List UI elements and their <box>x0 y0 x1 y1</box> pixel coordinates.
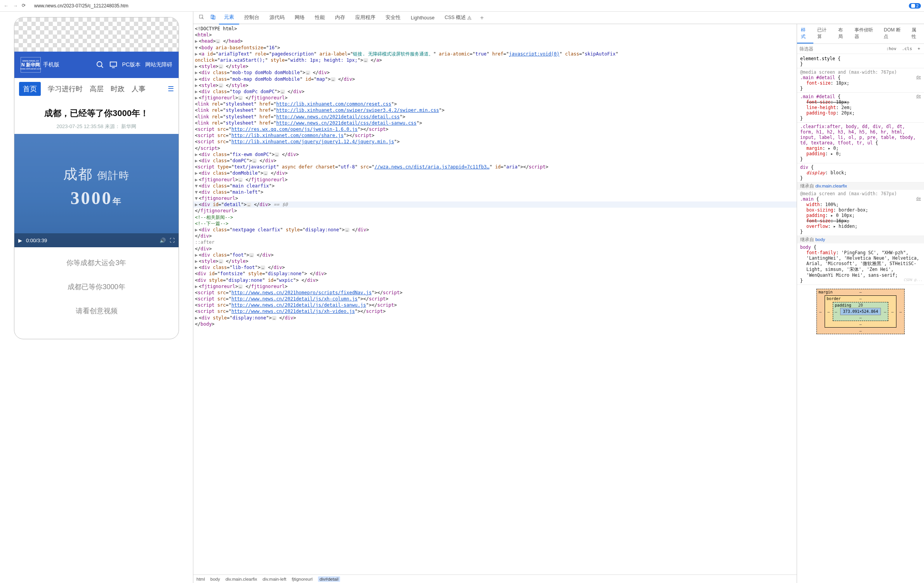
dom-fjt-close[interactable]: </fjtignoreurl> <box>193 208 797 214</box>
dom-script-jq[interactable]: <script src="http://lib.xinhuanet.com/jq… <box>193 139 797 151</box>
crumb-detail[interactable]: div#detail <box>318 576 340 582</box>
dom-comment2[interactable]: <!--下一篇--> <box>193 220 797 227</box>
nav-study[interactable]: 学习进行时 <box>48 84 83 94</box>
rule-main-media[interactable]: @media screen and (max-width: 767px) .ma… <box>797 190 924 236</box>
subtab-computed[interactable]: 已计算 <box>813 24 834 43</box>
tab-network[interactable]: 网络 <box>290 12 310 24</box>
search-icon[interactable] <box>96 61 104 69</box>
nav-home[interactable]: 首页 <box>19 82 41 96</box>
crumb-main[interactable]: div.main.clearfix <box>226 577 257 581</box>
site-logo[interactable]: www.news.cn N 新华网 www.xinhuanet.com <box>21 57 41 73</box>
dom-style3[interactable]: ▶<style>… </style> <box>193 258 797 264</box>
rule-media1[interactable]: @media screen and (max-width: 767px) .ma… <box>797 68 924 93</box>
pc-link[interactable]: PC版本 <box>122 61 141 68</box>
dom-a-aria[interactable]: ▶<a id="ariaTipText" role="pagedescripti… <box>193 51 797 57</box>
tab-memory[interactable]: 内存 <box>330 12 350 24</box>
dom-js-xhcol[interactable]: <script src="http://www.news.cn/2021deta… <box>193 296 797 302</box>
nav-personnel[interactable]: 人事 <box>132 84 146 94</box>
rule-main-detail[interactable]: .main #detail { de font-size: 18px; line… <box>797 93 924 123</box>
dom-style2[interactable]: ▶<style>… </style> <box>193 82 797 88</box>
dom-link-swiper[interactable]: <link rel="stylesheet" href="http://lib.… <box>193 107 797 113</box>
dom-head[interactable]: ▶<head>… </head> <box>193 38 797 44</box>
dom-dommobile[interactable]: ▶<div class="domMobile">… </div> <box>193 170 797 176</box>
inspect-icon[interactable] <box>196 12 207 23</box>
tab-lighthouse[interactable]: Lighthouse <box>406 12 439 24</box>
dom-link-reset[interactable]: <link rel="stylesheet" href="http://lib.… <box>193 101 797 107</box>
dom-libfoot[interactable]: ▶<div class="lib-foot">… </div> <box>193 264 797 271</box>
rule-div[interactable]: div { display: block; } <box>797 163 924 182</box>
dom-style1[interactable]: ▶<style>… </style> <box>193 63 797 69</box>
dom-fjt1[interactable]: ▶<fjtignoreurl>… </fjtignoreurl> <box>193 95 797 101</box>
rules-list[interactable]: element.style {} @media screen and (max-… <box>797 54 924 583</box>
crumb-mainleft[interactable]: div.main-left <box>262 577 286 581</box>
dom-foot[interactable]: ▶<div class="foot">… </div> <box>193 252 797 258</box>
nav-senior[interactable]: 高层 <box>90 84 104 94</box>
dom-script-aria[interactable]: <script type="text/javascript" async def… <box>193 164 797 170</box>
dom-script-share[interactable]: <script src="http://lib.xinhuanet.com/co… <box>193 132 797 139</box>
dom-js-sanwu[interactable]: <script src="http://www.news.cn/2021deta… <box>193 302 797 308</box>
rule-elementstyle[interactable]: element.style {} <box>797 55 924 68</box>
volume-icon[interactable]: 🔊 <box>160 238 166 243</box>
nav-more-icon[interactable]: ☰ <box>168 85 174 93</box>
dom-detail-selected[interactable]: ▶<div id="detail">… </div> == $0 <box>193 201 797 208</box>
subtab-props[interactable]: 属性 <box>908 24 924 43</box>
back-button[interactable]: ← <box>3 3 9 9</box>
nav-politics[interactable]: 时政 <box>111 84 125 94</box>
dom-main-left[interactable]: ▼<div class="main-left"> <box>193 189 797 195</box>
device-toggle-icon[interactable] <box>207 12 219 23</box>
dom-a-aria-cont[interactable]: onclick="aria.wzaStart();" style="width:… <box>193 57 797 63</box>
dom-js-fixednav[interactable]: <script src="http://www.news.cn/2021home… <box>193 290 797 296</box>
dom-fixewm[interactable]: ▶<div class="fix-ewm domPC">… </div> <box>193 151 797 158</box>
crumb-fjt[interactable]: fjtignoreurl <box>292 577 313 581</box>
tabs-more-icon[interactable]: + <box>476 12 488 24</box>
tab-application[interactable]: 应用程序 <box>350 12 380 24</box>
dom-link-detail[interactable]: <link rel="stylesheet" href="http://www.… <box>193 114 797 120</box>
crumb-body[interactable]: body <box>210 577 220 581</box>
tab-security[interactable]: 安全性 <box>380 12 406 24</box>
extension-badge[interactable]: 2 <box>909 3 921 9</box>
dom-nextpage[interactable]: ▶<div class="nextpage clearfix" style="d… <box>193 227 797 233</box>
dom-js-xhvideo[interactable]: <script src="http://www.news.cn/2021deta… <box>193 308 797 314</box>
forward-button[interactable]: → <box>12 3 19 9</box>
subtab-dombp[interactable]: DOM 断点 <box>880 24 907 43</box>
tab-console[interactable]: 控制台 <box>239 12 264 24</box>
play-icon[interactable]: ▶ <box>18 238 22 243</box>
dom-doctype[interactable]: <!DOCTYPE html> <box>193 26 797 32</box>
dom-top[interactable]: ▶<div class="top domPc domPC">… </div> <box>193 88 797 95</box>
tab-elements[interactable]: 元素 <box>219 12 239 24</box>
cls-button[interactable]: .cls <box>900 45 914 52</box>
filter-input[interactable] <box>799 46 882 52</box>
dom-mob-top[interactable]: ▶<div class="mob-top domMob domMobile">…… <box>193 69 797 76</box>
dom-dompc[interactable]: ▶<div class="domPC">… </div> <box>193 158 797 164</box>
dom-fjt3[interactable]: ▶<fjtignoreurl>… </fjtignoreurl> <box>193 283 797 290</box>
reload-button[interactable]: ⟳ <box>22 3 28 9</box>
subtab-events[interactable]: 事件侦听器 <box>851 24 880 43</box>
dom-fontsize[interactable]: <div id="fontsize" style="display:none">… <box>193 271 797 277</box>
dom-fjt-inner[interactable]: ▼<fjtignoreurl> <box>193 195 797 201</box>
dom-wxpic[interactable]: <div style="display:none" id="wxpic"> </… <box>193 277 797 283</box>
dom-div-disp[interactable]: ▶<div style="display:none">… </div> <box>193 315 797 321</box>
hov-button[interactable]: :hov <box>884 45 898 52</box>
subtab-styles[interactable]: 样式 <box>797 24 813 43</box>
tab-cssoverview[interactable]: CSS 概述 ◬ <box>439 12 476 24</box>
new-rule-icon[interactable]: + <box>916 45 922 52</box>
dom-main-close[interactable]: </div> <box>193 246 797 252</box>
dom-main[interactable]: ▼<div class="main clearfix"> <box>193 183 797 189</box>
dom-link-sanwu[interactable]: <link rel="stylesheet" href="http://www.… <box>193 120 797 126</box>
fullscreen-icon[interactable]: ⛶ <box>170 238 175 243</box>
subtab-layout[interactable]: 布局 <box>834 24 851 43</box>
dom-body-close[interactable]: </body> <box>193 321 797 327</box>
video-player[interactable]: 成都 倒計時 3000年 ▶ 0:00/3:39 🔊 ⛶ <box>14 134 179 247</box>
dom-comment1[interactable]: <!--相关新闻--> <box>193 214 797 220</box>
accessibility-link[interactable]: 网站无障碍 <box>145 61 172 68</box>
dom-after[interactable]: ::after <box>193 239 797 245</box>
dom-mob-map[interactable]: ▶<div class="mob-map domMob domMobile" i… <box>193 76 797 82</box>
dom-script-wx[interactable]: <script src="http://res.wx.qq.com/open/j… <box>193 126 797 132</box>
url-bar[interactable]: www.news.cn/2023-07/25/c_1212248035.htm <box>31 2 906 10</box>
elements-tree[interactable]: <!DOCTYPE html> <html> ▶<head>… </head> … <box>193 24 797 574</box>
tab-performance[interactable]: 性能 <box>310 12 330 24</box>
dom-mainleft-close[interactable]: </div> <box>193 233 797 239</box>
tab-sources[interactable]: 源代码 <box>264 12 290 24</box>
crumb-html[interactable]: html <box>196 577 205 581</box>
dom-fjt2[interactable]: ▶<fjtignoreurl>… </fjtignoreurl> <box>193 177 797 183</box>
